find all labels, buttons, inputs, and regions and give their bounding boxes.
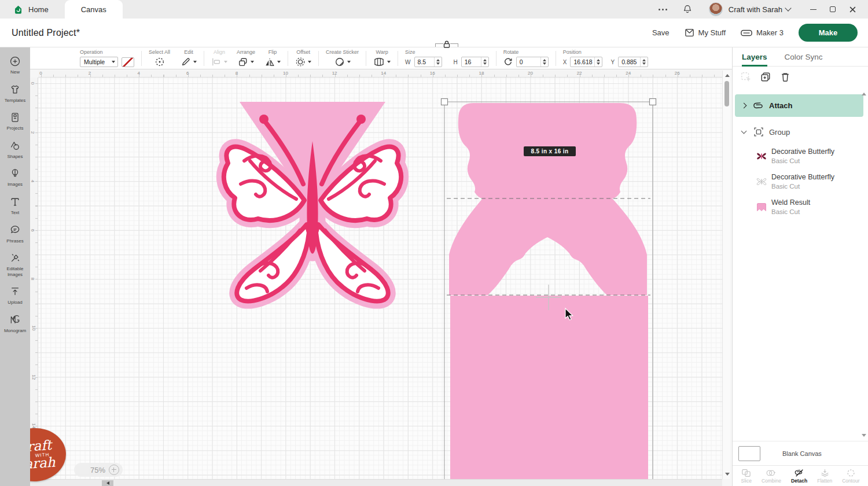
h-ruler-number: 4 bbox=[137, 71, 139, 76]
layer-row-decorative-butterfly-2[interactable]: Decorative Butterfly Basic Cut bbox=[756, 171, 863, 192]
editable-images-icon bbox=[9, 252, 21, 264]
v-ruler-number: 0 bbox=[30, 82, 35, 84]
h-ruler-number: 16 bbox=[430, 71, 435, 76]
position-y-input[interactable]: 0.885 bbox=[618, 57, 648, 67]
zoom-control[interactable]: 75% bbox=[74, 463, 123, 477]
tab-home[interactable]: Home bbox=[1, 0, 60, 19]
tab-layers[interactable]: Layers bbox=[742, 47, 767, 67]
color-swatch-multi[interactable] bbox=[122, 57, 134, 67]
duplicate-icon[interactable] bbox=[760, 72, 771, 82]
design-sidebar: New Templates Projects Shapes Images Tex… bbox=[0, 47, 30, 486]
offset-button[interactable]: Offset bbox=[295, 49, 311, 67]
flip-button[interactable]: Flip bbox=[264, 49, 281, 67]
width-input[interactable]: 8.5 bbox=[414, 57, 442, 67]
edit-pencil-icon bbox=[181, 57, 191, 67]
layer-row-attach[interactable]: Attach bbox=[735, 94, 863, 117]
chevron-right-icon[interactable] bbox=[741, 103, 747, 109]
height-stepper[interactable] bbox=[481, 57, 488, 67]
select-tool-icon-disabled bbox=[741, 72, 751, 82]
panel-scroll-down-icon[interactable] bbox=[862, 434, 866, 437]
arrange-button[interactable]: Arrange bbox=[237, 49, 255, 67]
rotate-input[interactable]: 0 bbox=[516, 57, 549, 67]
h-ruler-number: 10 bbox=[283, 71, 288, 76]
blank-canvas-row[interactable]: Blank Canvas bbox=[733, 441, 868, 465]
sidebar-item-phrases[interactable]: Phrases bbox=[0, 220, 30, 248]
sidebar-item-shapes[interactable]: Shapes bbox=[0, 135, 30, 164]
layer-row-weld-result[interactable]: Weld Result Basic Cut bbox=[756, 197, 863, 218]
panel-tabs: Layers Color Sync bbox=[733, 47, 868, 67]
select-all-button[interactable]: Select All bbox=[149, 49, 170, 67]
user-avatar[interactable] bbox=[709, 2, 723, 16]
delete-trash-icon[interactable] bbox=[780, 72, 790, 82]
v-ruler-number: 6 bbox=[30, 229, 35, 231]
save-button[interactable]: Save bbox=[652, 28, 670, 37]
width-stepper[interactable] bbox=[434, 57, 442, 67]
layer-operation: Basic Cut bbox=[771, 208, 810, 216]
decorative-butterfly-artwork[interactable] bbox=[224, 102, 401, 301]
canvas-vertical-scrollbar[interactable] bbox=[722, 71, 730, 479]
cutting-machine-icon bbox=[741, 29, 752, 37]
sidebar-item-editable-images[interactable]: Editable Images bbox=[0, 248, 30, 281]
account-chevron-down-icon[interactable] bbox=[785, 5, 791, 11]
detach-button[interactable]: Detach bbox=[791, 469, 807, 484]
blank-canvas-swatch[interactable] bbox=[738, 446, 760, 461]
size-lock-toggle[interactable] bbox=[435, 41, 458, 48]
more-options-icon[interactable] bbox=[649, 9, 676, 10]
vertical-scroll-thumb[interactable] bbox=[724, 81, 729, 106]
layer-operation: Basic Cut bbox=[771, 182, 834, 190]
scroll-up-icon[interactable] bbox=[725, 74, 730, 77]
position-x-input[interactable]: 16.618 bbox=[570, 57, 602, 67]
rotate-icon[interactable] bbox=[503, 57, 513, 67]
account-name[interactable]: Craft with Sarah bbox=[729, 5, 782, 14]
project-title[interactable]: Untitled Project* bbox=[12, 28, 80, 38]
scroll-left-button[interactable] bbox=[102, 480, 113, 486]
notifications-bell-icon[interactable] bbox=[682, 4, 693, 14]
close-icon bbox=[849, 6, 856, 13]
rotate-label: Rotate bbox=[503, 49, 549, 55]
operation-label: Operation bbox=[80, 49, 134, 55]
contour-icon bbox=[846, 469, 856, 477]
window-minimize-button[interactable] bbox=[803, 0, 823, 19]
sidebar-item-new[interactable]: New bbox=[0, 51, 30, 79]
sidebar-item-upload[interactable]: Upload bbox=[0, 281, 30, 310]
design-canvas-area: 02468101214161820222426 02468101214 bbox=[30, 69, 732, 486]
sidebar-item-monogram[interactable]: Monogram bbox=[0, 310, 30, 338]
home-tab-label: Home bbox=[28, 5, 49, 14]
sidebar-item-templates[interactable]: Templates bbox=[0, 79, 30, 108]
warp-button[interactable]: Warp bbox=[373, 49, 391, 67]
my-stuff-button[interactable]: My Stuff bbox=[685, 28, 726, 37]
rotate-stepper[interactable] bbox=[540, 57, 548, 67]
panel-footer-toolbar: Slice Combine Detach Flatten Contour bbox=[733, 465, 868, 486]
layer-row-decorative-butterfly-1[interactable]: Decorative Butterfly Basic Cut bbox=[756, 146, 863, 167]
edit-button[interactable]: Edit bbox=[181, 49, 197, 67]
height-input[interactable]: 16 bbox=[461, 57, 489, 67]
tab-canvas[interactable]: Canvas bbox=[65, 0, 123, 19]
sidebar-item-images[interactable]: Images bbox=[0, 163, 30, 192]
vertical-ruler: 02468101214 bbox=[30, 78, 38, 479]
window-maximize-button[interactable] bbox=[823, 0, 843, 19]
flatten-icon bbox=[820, 469, 830, 477]
dropdown-caret-icon bbox=[112, 61, 115, 63]
machine-select-button[interactable]: Maker 3 bbox=[741, 28, 784, 37]
scroll-down-icon[interactable] bbox=[725, 473, 730, 476]
window-close-button[interactable] bbox=[843, 0, 862, 19]
size-label: Size bbox=[405, 49, 489, 55]
sidebar-item-text[interactable]: Text bbox=[0, 192, 30, 220]
create-sticker-button[interactable]: Create Sticker bbox=[326, 49, 359, 67]
sidebar-item-projects[interactable]: Projects bbox=[0, 107, 30, 135]
panel-scroll-up-icon[interactable] bbox=[862, 93, 866, 95]
chevron-down-icon[interactable] bbox=[741, 128, 747, 134]
h-ruler-number: 0 bbox=[39, 71, 42, 76]
contour-button: Contour bbox=[842, 469, 859, 484]
images-balloon-icon bbox=[9, 168, 21, 179]
v-ruler-number: 12 bbox=[31, 374, 36, 380]
layer-row-group[interactable]: Group bbox=[735, 124, 863, 139]
tab-color-sync[interactable]: Color Sync bbox=[785, 47, 823, 67]
h-ruler-number: 24 bbox=[626, 71, 631, 76]
canvas-horizontal-scrollbar[interactable] bbox=[30, 479, 722, 486]
position-y-stepper[interactable] bbox=[640, 57, 648, 67]
zoom-in-button[interactable] bbox=[109, 465, 119, 475]
position-x-stepper[interactable] bbox=[594, 57, 602, 67]
make-button[interactable]: Make bbox=[799, 24, 858, 42]
operation-select[interactable]: Multiple bbox=[80, 57, 118, 67]
